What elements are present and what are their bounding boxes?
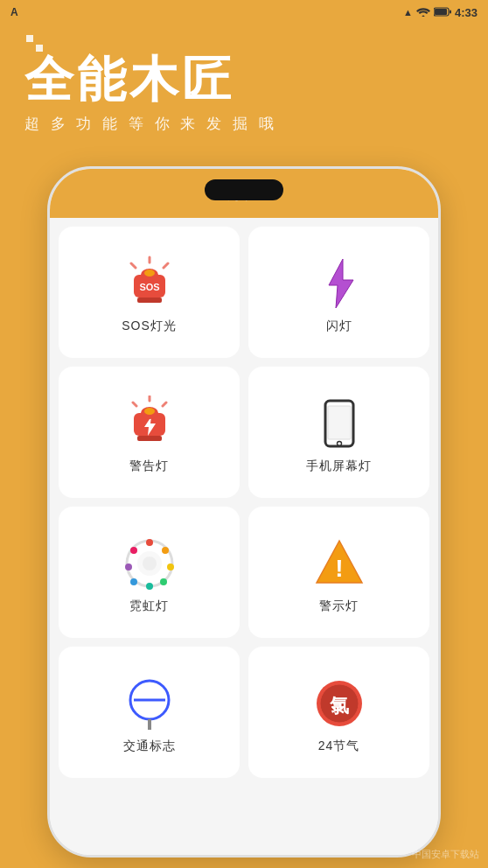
svg-point-25 [162,547,169,554]
grid-item-alert[interactable]: ! 警示灯 [248,507,429,638]
warning-label: 警告灯 [129,458,169,474]
svg-text:氯: 氯 [329,695,349,717]
svg-text:SOS: SOS [139,282,159,292]
svg-rect-19 [137,436,162,441]
svg-text:!: ! [335,555,343,582]
svg-rect-1 [435,9,447,15]
dynamic-island [205,179,283,200]
screen-icon [311,396,367,452]
svg-marker-11 [329,259,353,308]
flash-icon [311,256,367,312]
svg-point-18 [144,408,155,415]
svg-point-26 [167,564,174,570]
app-subtitle: 超 多 功 能 等 你 来 发 掘 哦 [24,114,277,134]
status-icons: ▲ 4:33 [403,6,478,19]
svg-point-28 [146,583,153,590]
solar-term-icon: 氯 [311,676,367,732]
battery-icon [434,7,451,18]
svg-rect-2 [450,10,451,13]
wifi-icon [416,6,430,18]
svg-point-27 [160,578,167,585]
sos-icon: SOS [122,256,178,312]
traffic-icon [122,676,178,732]
alert-label: 警示灯 [319,598,359,614]
neon-label: 霓虹灯 [129,598,169,614]
phone-side-button-left [47,274,49,309]
svg-line-13 [163,402,166,406]
flash-label: 闪灯 [326,318,352,334]
time-display: 4:33 [455,6,478,19]
app-title: 全能木匠 [24,52,234,107]
phone-header: 灯光 [50,169,438,218]
solar-label: 24节气 [318,738,360,754]
grid-item-warning[interactable]: 警告灯 [59,367,240,498]
signal-icon: ▲ [403,7,413,18]
svg-point-29 [130,578,137,585]
phone-content: SOS SOS灯光 闪灯 [50,218,438,855]
phone-side-button-right [439,256,441,309]
svg-point-33 [143,556,157,570]
grid-item-neon[interactable]: 霓虹灯 [59,507,240,638]
grid-item-traffic[interactable]: 交通标志 [59,647,240,778]
svg-line-4 [164,263,168,268]
warning-light-icon [122,396,178,452]
svg-point-30 [125,564,132,570]
features-grid: SOS SOS灯光 闪灯 [59,227,429,778]
svg-point-22 [337,442,341,446]
svg-point-24 [146,539,153,546]
alert-icon: ! [311,536,367,592]
svg-rect-10 [137,298,162,303]
svg-rect-21 [328,406,351,439]
grid-item-sos[interactable]: SOS SOS灯光 [59,227,240,358]
svg-rect-38 [148,719,151,730]
grid-item-solar[interactable]: 氯 24节气 [248,647,429,778]
svg-point-31 [130,547,137,554]
screen-label: 手机屏幕灯 [306,458,372,474]
status-app-indicator: A [10,6,18,18]
traffic-label: 交通标志 [123,738,176,754]
grid-item-flash[interactable]: 闪灯 [248,227,429,358]
grid-item-screen[interactable]: 手机屏幕灯 [248,367,429,498]
neon-icon [122,536,178,592]
sos-label: SOS灯光 [122,318,177,334]
svg-line-14 [133,402,136,406]
watermark: 中国安卓下载站 [412,848,479,861]
logo-decoration [26,35,43,52]
status-bar: A ▲ 4:33 [0,0,488,24]
svg-line-5 [131,263,136,268]
phone-mockup: 灯光 SOS [47,166,441,858]
svg-point-9 [144,270,155,276]
